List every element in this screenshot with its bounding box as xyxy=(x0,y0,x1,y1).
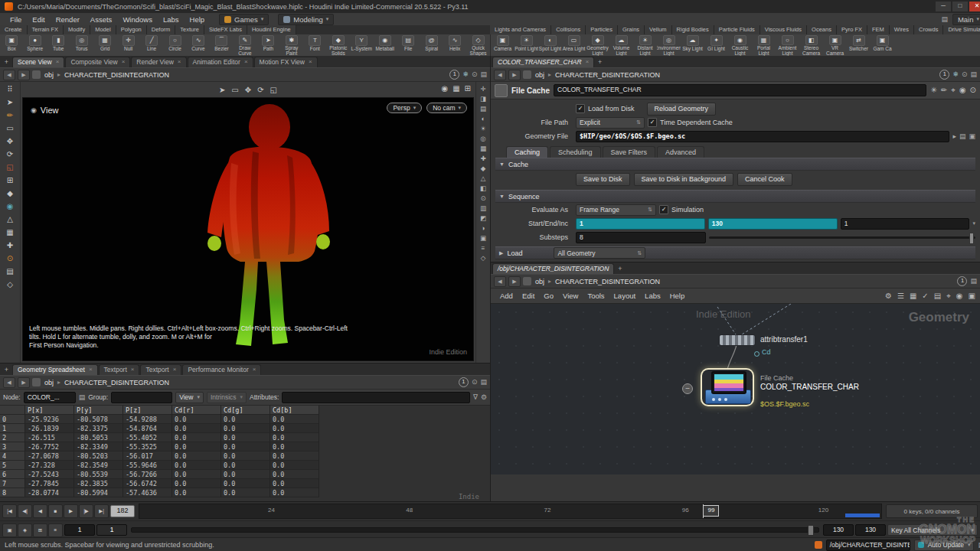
pane-menu-icon[interactable]: ▤ xyxy=(970,277,977,285)
network-toolbar-icon[interactable]: ⌖ xyxy=(946,292,951,301)
table-row[interactable]: 1 -26.1839 -82.3375 -54.8764 0.0 0.0 0.0 xyxy=(0,424,490,433)
network-toolbar-icon[interactable]: ◉ xyxy=(956,292,963,301)
shelf-tool[interactable]: ✎ Draw Curve xyxy=(234,34,256,56)
shelf-tab[interactable]: Oceans xyxy=(807,25,837,34)
viewport-tool-icon[interactable]: ◆ xyxy=(7,188,13,198)
load-section-header[interactable]: ▶ Load All Geometry ⇅ xyxy=(495,246,975,259)
network-menu-item[interactable]: View xyxy=(558,292,583,300)
menu-item[interactable]: Help xyxy=(185,15,211,24)
network-toolbar-icon[interactable]: ▦ xyxy=(910,292,916,301)
display-option-icon[interactable]: ◨ xyxy=(480,95,486,103)
shelf-tab[interactable]: Particle Fluids xyxy=(714,25,760,34)
viewport-option-icon[interactable]: ◉ xyxy=(441,84,448,93)
shelf-tool[interactable]: ○ Circle xyxy=(163,34,186,56)
cache-section-header[interactable]: ▼ Cache xyxy=(495,158,975,171)
forward-button[interactable]: ▶ xyxy=(18,70,30,80)
modeling-dropdown[interactable]: Modeling ▾ xyxy=(278,14,334,25)
add-tab-button[interactable]: + xyxy=(615,264,625,274)
display-option-icon[interactable]: ⊙ xyxy=(480,194,485,202)
breadcrumb-node[interactable]: CHARACTER_DISINTEGRATION xyxy=(63,71,171,79)
forward-button[interactable]: ▶ xyxy=(508,70,521,80)
transport-button[interactable]: |▶ xyxy=(79,504,93,518)
column-header[interactable]: Cd[g] xyxy=(221,406,270,415)
pin-icon[interactable]: ⊙ xyxy=(962,70,968,79)
shelf-tool[interactable]: ▮ Tube xyxy=(47,34,70,56)
substeps-field[interactable]: 8 xyxy=(576,232,706,243)
network-toolbar-icon[interactable]: ✓ xyxy=(922,292,928,301)
shelf-tool[interactable]: ○ Ambient Light xyxy=(776,34,799,56)
column-header[interactable]: Cd[r] xyxy=(172,406,221,415)
breadcrumb-node[interactable]: CHARACTER_DISINTEGRATION xyxy=(63,379,171,386)
viewport-mode-icon[interactable]: ▭ xyxy=(231,86,238,94)
link-badge[interactable]: 1 xyxy=(449,70,459,80)
network-menu-item[interactable]: Add xyxy=(495,292,518,300)
close-icon[interactable]: × xyxy=(173,365,177,375)
table-row[interactable]: 4 -27.0678 -80.5203 -56.017 0.0 0.0 0.0 xyxy=(0,452,490,461)
param-folder-tab[interactable]: Scheduling xyxy=(550,146,601,158)
view-dropdown[interactable]: View ▾ xyxy=(175,392,204,403)
viewport-tool-icon[interactable]: ✚ xyxy=(7,240,13,250)
shelf-tool[interactable]: ⌒ Bezier xyxy=(210,34,233,56)
display-option-icon[interactable]: ◐ xyxy=(481,115,485,122)
global-range-end-field[interactable]: 130 xyxy=(855,524,886,536)
transport-button[interactable]: ◀ xyxy=(33,504,47,518)
add-tab-button[interactable]: + xyxy=(595,57,605,67)
shelf-tab[interactable]: Crowds xyxy=(914,25,943,34)
transport-button[interactable]: ■ xyxy=(48,504,63,518)
shelf-tab[interactable]: Particles xyxy=(586,25,618,34)
viewport-tool-icon[interactable]: ✥ xyxy=(7,136,13,146)
pane-tab[interactable]: Animation Editor × xyxy=(188,57,253,67)
projection-selector[interactable]: Persp ▾ xyxy=(387,103,422,113)
load-dropdown[interactable]: All Geometry ⇅ xyxy=(554,247,645,259)
display-option-icon[interactable]: ▤ xyxy=(480,105,486,112)
column-header[interactable]: P[y] xyxy=(74,406,123,415)
close-icon[interactable]: × xyxy=(309,57,312,67)
cache-action-button[interactable]: Save to Disk xyxy=(576,173,630,186)
camera-selector[interactable]: No cam ▾ xyxy=(426,103,467,113)
viewport-tool-icon[interactable]: ✏ xyxy=(7,110,13,120)
display-option-icon[interactable]: ☀ xyxy=(480,125,486,132)
current-frame-field[interactable]: 182 xyxy=(110,505,135,517)
table-row[interactable]: 2 -26.515 -80.5053 -55.4052 0.0 0.0 0.0 xyxy=(0,433,490,442)
shelf-tool[interactable]: ◐ Spot Light xyxy=(538,34,562,56)
cache-action-button[interactable]: Save to Disk in Background xyxy=(634,173,734,186)
shelf-tab[interactable]: Pyro FX xyxy=(837,25,867,34)
display-option-icon[interactable]: △ xyxy=(481,174,486,182)
viewport-mode-icon[interactable]: ✥ xyxy=(245,86,251,94)
breadcrumb-node[interactable]: CHARACTER_DISINTEGRATION xyxy=(554,71,662,79)
param-folder-tab[interactable]: Caching xyxy=(506,146,548,158)
table-row[interactable]: 3 -26.7752 -82.3349 -55.3525 0.0 0.0 0.0 xyxy=(0,442,490,452)
geometry-file-field[interactable]: $HIP/geo/$OS/$OS.$F.bgeo.sc xyxy=(576,131,949,142)
network-toolbar-icon[interactable]: ⚙ xyxy=(885,292,892,301)
playbar-option-icon[interactable]: ▣ xyxy=(2,523,17,537)
shelf-tab[interactable]: Texture xyxy=(175,25,204,34)
file-path-mode-dropdown[interactable]: Explicit ⇅ xyxy=(576,117,645,129)
pane-tab[interactable]: Composite View × xyxy=(65,57,130,67)
param-header-icon[interactable]: ✳ xyxy=(930,86,936,95)
transport-button[interactable]: ▶| xyxy=(94,504,109,518)
file-cache-node[interactable] xyxy=(702,370,753,405)
pane-tab[interactable]: Geometry Spreadsheet × xyxy=(12,364,98,375)
back-button[interactable]: ◀ xyxy=(3,70,15,80)
viewport-tool-icon[interactable]: ▦ xyxy=(6,227,13,237)
shelf-tab[interactable]: Wires xyxy=(890,25,914,34)
back-button[interactable]: ◀ xyxy=(3,377,15,388)
shelf-tool[interactable]: ▣ Box xyxy=(0,34,23,56)
freeze-icon[interactable]: ❄ xyxy=(462,70,469,79)
shelf-tab[interactable]: SideFX Labs xyxy=(204,25,247,34)
update-mode-dropdown[interactable]: Auto Update ▾ xyxy=(914,540,975,551)
menu-item[interactable]: Labs xyxy=(158,15,185,24)
range-end-field[interactable]: 130 xyxy=(708,218,838,230)
display-option-icon[interactable]: ◎ xyxy=(480,135,485,142)
display-option-icon[interactable]: ◆ xyxy=(481,165,486,172)
viewport-tool-icon[interactable]: ◉ xyxy=(7,201,14,211)
shelf-tool[interactable]: ▤ File xyxy=(397,34,420,56)
shelf-tab[interactable]: Houdini Engine xyxy=(247,25,296,34)
gear-icon[interactable]: ⚙ xyxy=(481,393,487,402)
playbar-option-icon[interactable]: ≡ xyxy=(48,523,63,537)
group-field[interactable] xyxy=(111,392,172,403)
network-menu-item[interactable]: Labs xyxy=(640,292,665,300)
close-button[interactable]: ✕ xyxy=(969,2,980,11)
transport-button[interactable]: ◀| xyxy=(18,504,32,518)
forward-button[interactable]: ▶ xyxy=(18,377,30,388)
